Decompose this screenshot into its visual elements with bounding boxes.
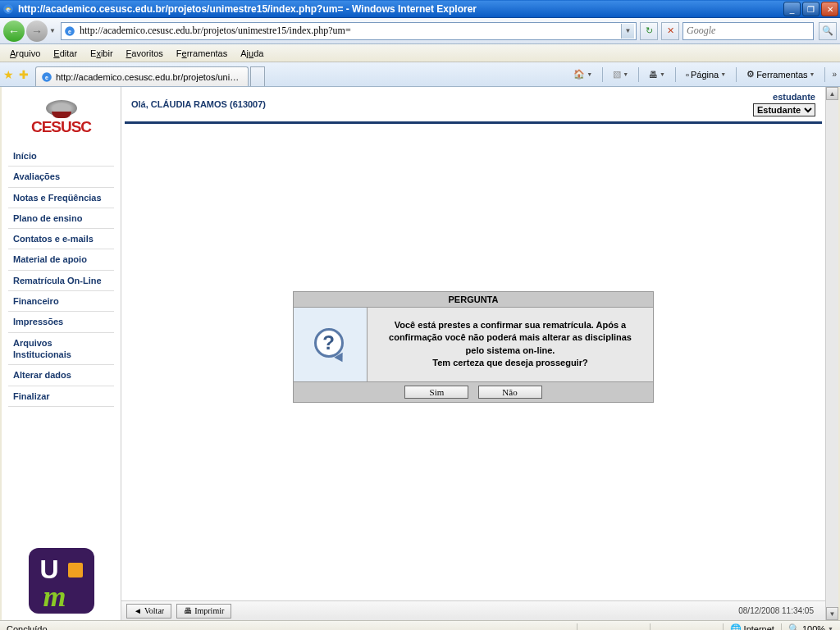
menu-bar: Arquivo Editar Exibir Favoritos Ferramen… [0, 44, 840, 62]
window-titlebar: e http://academico.cesusc.edu.br/projeto… [0, 0, 840, 18]
history-dropdown[interactable]: ▼ [49, 27, 57, 34]
menu-ferramentas[interactable]: Ferramentas [170, 47, 234, 60]
address-dropdown[interactable]: ▼ [621, 24, 634, 39]
search-input[interactable] [687, 25, 810, 37]
sidebar-item-plano[interactable]: Plano de ensino [8, 208, 114, 229]
role-label: estudante [753, 92, 815, 102]
header-divider [125, 121, 822, 124]
page-icon: ▫ [686, 70, 689, 80]
globe-icon: 🌐 [730, 623, 742, 630]
rss-icon: ▧ [613, 69, 621, 80]
main-area: Olá, CLÁUDIA RAMOS (613007) estudante Es… [121, 87, 825, 620]
sidebar-menu: Início Avaliações Notas e Freqüências Pl… [8, 146, 114, 407]
url-input[interactable] [80, 25, 621, 37]
printer-icon: 🖶 [649, 70, 658, 80]
imprimir-button[interactable]: 🖶Imprimir [176, 604, 231, 619]
dialog-no-button[interactable]: Não [478, 386, 542, 399]
tab-toolbar: ★ ✚ e http://academico.cesusc.edu.br/pro… [0, 62, 840, 87]
menu-favoritos[interactable]: Favoritos [120, 47, 170, 60]
unimestre-logo: Um [29, 548, 94, 614]
sidebar-item-avaliacoes[interactable]: Avaliações [8, 167, 114, 187]
restore-button[interactable]: ❐ [802, 2, 819, 16]
page-icon: e [63, 25, 76, 38]
sidebar-item-notas[interactable]: Notas e Freqüências [8, 188, 114, 208]
search-button[interactable]: 🔍 [819, 22, 837, 40]
sidebar-item-financeiro[interactable]: Financeiro [8, 291, 114, 312]
security-zone[interactable]: 🌐 Internet [727, 623, 778, 630]
tools-menu-button[interactable]: ⚙Ferramentas▼ [743, 67, 818, 81]
browser-tab[interactable]: e http://academico.cesusc.edu.br/projeto… [35, 66, 249, 86]
address-bar[interactable]: e ▼ [61, 22, 637, 40]
navigation-bar: ← → ▼ e ▼ ↻ ✕ 🔍 [0, 18, 840, 44]
search-box[interactable] [682, 22, 814, 40]
sidebar-item-material[interactable]: Material de apoio [8, 249, 114, 270]
status-bar: Concluído 🌐 Internet 🔍 100% ▼ [0, 620, 840, 630]
role-select[interactable]: Estudante [753, 103, 815, 116]
menu-editar[interactable]: Editar [47, 47, 84, 60]
sidebar-item-alterar[interactable]: Alterar dados [8, 365, 114, 386]
sidebar-item-contatos[interactable]: Contatos e e-mails [8, 229, 114, 249]
home-icon: 🏠 [573, 69, 585, 80]
tab-title: http://academico.cesusc.edu.br/projetos/… [56, 72, 243, 82]
feeds-button[interactable]: ▧▼ [609, 67, 632, 81]
dialog-message: Você está prestes a confirmar sua rematr… [368, 308, 653, 381]
sidebar: CESUSC Início Avaliações Notas e Freqüên… [2, 87, 121, 620]
tab-ie-icon: e [41, 71, 52, 83]
menu-arquivo[interactable]: Arquivo [3, 47, 47, 60]
home-button[interactable]: 🏠▼ [570, 67, 596, 81]
vertical-scrollbar[interactable]: ▲ ▼ [825, 87, 838, 620]
scroll-down-button[interactable]: ▼ [826, 607, 838, 620]
print-button[interactable]: 🖶▼ [646, 68, 669, 81]
add-favorite-icon[interactable]: ✚ [19, 68, 29, 81]
zoom-icon: 🔍 [788, 623, 800, 630]
page-menu-button[interactable]: ▫Página▼ [682, 68, 729, 81]
sidebar-item-impressoes[interactable]: Impressões [8, 312, 114, 332]
footer-timestamp: 08/12/2008 11:34:05 [738, 606, 814, 615]
scroll-up-button[interactable]: ▲ [826, 87, 838, 100]
content-footer: ◄Voltar 🖶Imprimir 08/12/2008 11:34:05 [121, 600, 825, 620]
new-tab-button[interactable] [250, 66, 265, 86]
back-button[interactable]: ← [3, 21, 25, 42]
favorites-star-icon[interactable]: ★ [3, 68, 14, 81]
refresh-button[interactable]: ↻ [640, 22, 658, 40]
svg-text:e: e [7, 7, 10, 12]
svg-text:e: e [68, 28, 71, 34]
dialog-yes-button[interactable]: Sim [404, 386, 468, 399]
gear-icon: ⚙ [746, 69, 755, 80]
stop-button[interactable]: ✕ [661, 22, 679, 40]
menu-label: rquivo [16, 48, 40, 58]
menu-exibir[interactable]: Exibir [84, 47, 120, 60]
page-content: CESUSC Início Avaliações Notas e Freqüên… [0, 87, 840, 620]
printer-icon: 🖶 [184, 606, 192, 615]
forward-button[interactable]: → [26, 21, 48, 42]
greeting-text: Olá, CLÁUDIA RAMOS (613007) [131, 99, 266, 109]
sidebar-item-finalizar[interactable]: Finalizar [8, 386, 114, 407]
dialog-icon-cell: ? [294, 308, 368, 381]
sidebar-item-arquivos[interactable]: Arquivos Institucionais [8, 333, 114, 366]
minimize-button[interactable]: _ [783, 2, 801, 16]
svg-text:e: e [45, 74, 48, 80]
cesusc-logo: CESUSC [31, 100, 91, 136]
main-header: Olá, CLÁUDIA RAMOS (613007) estudante Es… [121, 87, 825, 121]
status-text: Concluído [3, 624, 573, 631]
confirm-dialog: PERGUNTA ? Você está prestes a confirmar… [293, 291, 654, 403]
voltar-button[interactable]: ◄Voltar [126, 604, 171, 619]
sidebar-item-rematricula[interactable]: Rematrícula On-Line [8, 271, 114, 291]
menu-ajuda[interactable]: Ajuda [234, 47, 270, 60]
close-button[interactable]: ✕ [821, 2, 838, 16]
sidebar-item-inicio[interactable]: Início [8, 146, 114, 167]
back-arrow-icon: ◄ [134, 606, 142, 615]
ie-icon: e [2, 2, 15, 16]
dialog-title: PERGUNTA [294, 292, 653, 308]
question-icon: ? [313, 326, 349, 363]
toolbar-overflow[interactable]: » [832, 70, 837, 79]
window-title: http://academico.cesusc.edu.br/projetos/… [18, 3, 783, 15]
zoom-control[interactable]: 🔍 100% ▼ [785, 623, 837, 630]
